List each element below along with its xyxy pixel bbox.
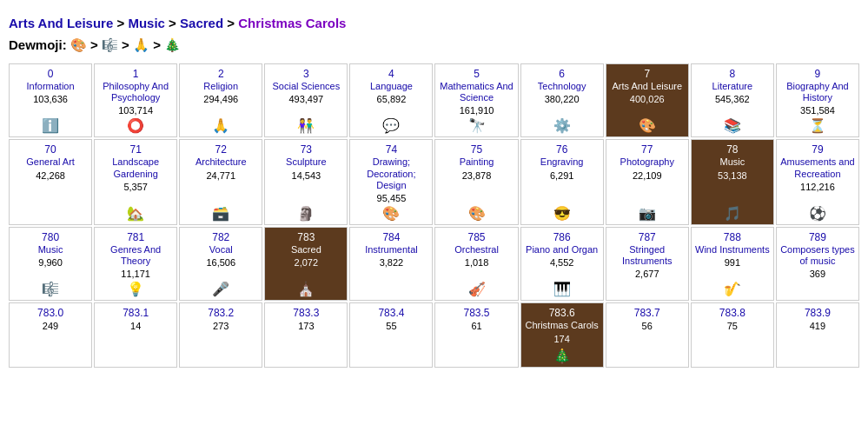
cell-label: General Art — [26, 156, 75, 168]
cell-number: 70 — [44, 143, 56, 156]
cell-70[interactable]: 70General Art42,268 — [9, 139, 92, 225]
cell-label: Language — [370, 81, 413, 92]
cell-count: 5,357 — [123, 182, 148, 192]
cell-2[interactable]: 2Religion294,496🙏 — [179, 63, 262, 137]
cell-number: 7 — [644, 68, 650, 80]
cell-count: 161,910 — [460, 105, 494, 116]
cell-icon: ⛪ — [297, 281, 315, 297]
cell-0[interactable]: 0Information103,636ℹ️ — [9, 63, 92, 137]
dewmoji-label: Dewmoji: — [9, 37, 67, 52]
cell-label: Social Sciences — [273, 81, 341, 92]
cell-count: 22,109 — [633, 170, 662, 181]
cell-number: 0 — [48, 68, 54, 80]
cell-icon: 🎹 — [553, 281, 571, 297]
cell-number: 783.5 — [464, 307, 490, 319]
cell-1[interactable]: 1Philosophy And Psychology103,714⭕ — [94, 63, 177, 137]
cell-7837[interactable]: 783.756 — [606, 302, 689, 368]
cell-76[interactable]: 76Engraving6,291😎 — [520, 139, 604, 225]
cell-number: 3 — [303, 68, 309, 80]
cell-71[interactable]: 71Landscape Gardening5,357🏡 — [94, 139, 177, 225]
cell-789[interactable]: 789Composers types of music369 — [776, 227, 859, 301]
cell-number: 783.2 — [208, 307, 234, 319]
cell-label: Instrumental — [365, 244, 418, 256]
cell-icon: 🏡 — [127, 205, 144, 222]
cell-icon: 🎨 — [382, 205, 400, 222]
cell-count: 174 — [553, 334, 569, 344]
cell-icon: ⚽ — [809, 205, 826, 222]
cell-78[interactable]: 78Music53,138🎵 — [691, 139, 774, 225]
cell-782[interactable]: 782Vocal16,506🎤 — [179, 227, 262, 301]
cell-number: 783.0 — [37, 307, 63, 319]
cell-count: 493,497 — [288, 94, 323, 104]
cell-79[interactable]: 79Amusements and Recreation112,216⚽ — [776, 139, 859, 225]
cell-73[interactable]: 73Sculpture14,543🗿 — [264, 139, 348, 225]
cell-icon: 💡 — [127, 281, 144, 297]
cell-74[interactable]: 74Drawing; Decoration; Design95,455🎨 — [349, 139, 433, 225]
cell-label: Painting — [460, 156, 494, 168]
cell-label: Christmas Carols — [525, 320, 598, 331]
cell-count: 14,543 — [292, 170, 321, 181]
cell-4[interactable]: 4Language65,892💬 — [349, 63, 433, 137]
cell-count: 2,677 — [635, 269, 659, 279]
cell-72[interactable]: 72Architecture24,771🗃️ — [179, 139, 262, 225]
cell-count: 9,960 — [38, 257, 63, 268]
cell-7831[interactable]: 783.114 — [94, 302, 177, 368]
wording-sacred[interactable]: Sacred — [180, 16, 223, 30]
cell-75[interactable]: 75Painting23,878🎨 — [434, 139, 518, 225]
cell-label: Music — [38, 244, 63, 256]
cell-6[interactable]: 6Technology380,220⚙️ — [520, 63, 604, 137]
cell-7833[interactable]: 783.3173 — [264, 302, 348, 368]
cell-icon: 🎄 — [553, 348, 571, 364]
cell-9[interactable]: 9Biography And History351,584⏳ — [776, 63, 859, 137]
cell-label: Orchestral — [454, 244, 499, 256]
cell-count: 11,171 — [121, 269, 150, 279]
cell-icon: 🎻 — [468, 281, 486, 297]
cell-3[interactable]: 3Social Sciences493,497👫 — [264, 63, 348, 137]
cell-7836[interactable]: 783.6Christmas Carols174🎄 — [520, 302, 604, 368]
cell-783[interactable]: 783Sacred2,072⛪ — [264, 227, 348, 301]
cell-count: 4,552 — [550, 257, 574, 268]
wording-arts[interactable]: Arts And Leisure — [9, 16, 113, 30]
cell-786[interactable]: 786Piano and Organ4,552🎹 — [520, 227, 604, 301]
cell-icon: 🗃️ — [212, 205, 229, 222]
cell-781[interactable]: 781Genres And Theory11,171💡 — [94, 227, 177, 301]
cell-icon: 🎨 — [639, 117, 656, 134]
cell-787[interactable]: 787Stringed Instruments2,677 — [606, 227, 689, 301]
cell-7[interactable]: 7Arts And Leisure400,026🎨 — [606, 63, 689, 137]
cell-icon: ⭕ — [127, 117, 144, 134]
cell-number: 783.9 — [805, 307, 831, 319]
cell-label: Philosophy And Psychology — [97, 81, 174, 103]
cell-7830[interactable]: 783.0249 — [9, 302, 92, 368]
cell-label: Genres And Theory — [97, 244, 174, 267]
cell-7839[interactable]: 783.9419 — [776, 302, 859, 368]
cell-number: 8 — [730, 68, 736, 80]
cell-number: 783.4 — [378, 307, 404, 319]
cell-788[interactable]: 788Wind Instruments991🎷 — [691, 227, 774, 301]
cell-7832[interactable]: 783.2273 — [179, 302, 262, 368]
cell-icon: ⏳ — [809, 117, 826, 134]
cell-count: 24,771 — [206, 170, 235, 181]
cell-number: 72 — [215, 143, 227, 156]
cell-icon: ℹ️ — [42, 117, 59, 134]
cell-number: 1 — [133, 68, 139, 80]
cell-label: Amusements and Recreation — [779, 156, 856, 179]
cell-label: Literature — [712, 81, 752, 92]
cell-label: Wind Instruments — [695, 244, 770, 256]
wording-music[interactable]: Music — [128, 16, 165, 30]
cell-count: 419 — [810, 321, 825, 331]
cell-count: 53,138 — [718, 170, 747, 181]
cell-8[interactable]: 8Literature545,362📚 — [691, 63, 774, 137]
cell-785[interactable]: 785Orchestral1,018🎻 — [434, 227, 518, 301]
cell-number: 783.3 — [293, 307, 319, 319]
cell-77[interactable]: 77Photography22,109📷 — [606, 139, 689, 225]
cell-7838[interactable]: 783.875 — [691, 302, 774, 368]
cell-label: Mathematics And Science — [438, 81, 514, 103]
cell-780[interactable]: 780Music9,960🎼 — [9, 227, 92, 301]
cell-count: 3,822 — [380, 257, 404, 268]
cell-784[interactable]: 784Instrumental3,822 — [349, 227, 433, 301]
cell-7834[interactable]: 783.455 — [349, 302, 433, 368]
cell-count: 55 — [386, 321, 396, 331]
cell-number: 782 — [212, 231, 229, 243]
cell-5[interactable]: 5Mathematics And Science161,910🔭 — [434, 63, 518, 137]
cell-7835[interactable]: 783.561 — [434, 302, 518, 368]
